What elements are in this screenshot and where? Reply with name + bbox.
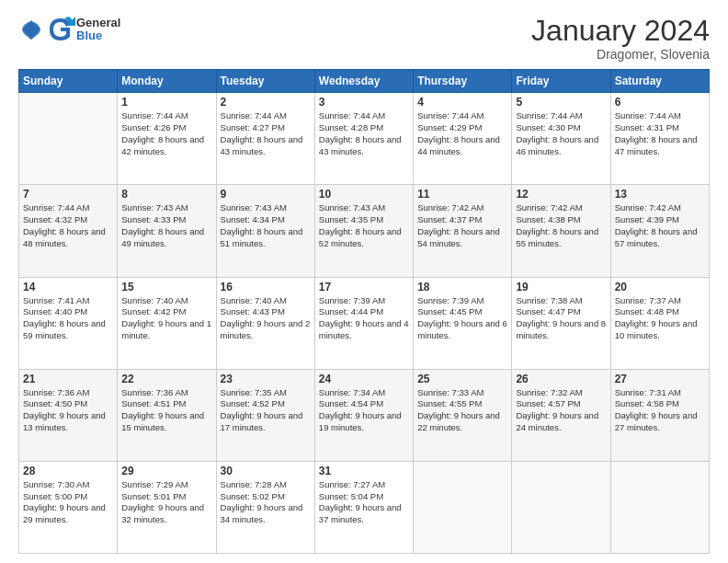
day-number: 22 bbox=[121, 373, 211, 385]
week-row: 21Sunrise: 7:36 AMSunset: 4:50 PMDayligh… bbox=[19, 369, 710, 461]
day-number: 25 bbox=[417, 373, 507, 385]
day-number: 15 bbox=[121, 281, 211, 293]
calendar-cell: 29Sunrise: 7:29 AMSunset: 5:01 PMDayligh… bbox=[118, 461, 216, 553]
day-number: 24 bbox=[319, 373, 409, 385]
day-number: 2 bbox=[221, 96, 311, 109]
day-info: Sunrise: 7:32 AMSunset: 4:57 PMDaylight:… bbox=[516, 387, 606, 434]
day-info: Sunrise: 7:37 AMSunset: 4:48 PMDaylight:… bbox=[615, 295, 705, 342]
day-info: Sunrise: 7:42 AMSunset: 4:39 PMDaylight:… bbox=[615, 202, 705, 249]
day-info: Sunrise: 7:35 AMSunset: 4:52 PMDaylight:… bbox=[221, 387, 311, 434]
day-info: Sunrise: 7:34 AMSunset: 4:54 PMDaylight:… bbox=[319, 387, 409, 434]
day-number: 28 bbox=[23, 465, 113, 477]
day-info: Sunrise: 7:27 AMSunset: 5:04 PMDaylight:… bbox=[319, 479, 409, 526]
day-info: Sunrise: 7:40 AMSunset: 4:42 PMDaylight:… bbox=[121, 295, 211, 342]
day-info: Sunrise: 7:44 AMSunset: 4:29 PMDaylight:… bbox=[417, 110, 507, 157]
day-number: 21 bbox=[23, 373, 113, 385]
calendar-cell: 2Sunrise: 7:44 AMSunset: 4:27 PMDaylight… bbox=[216, 93, 314, 185]
calendar-cell: 5Sunrise: 7:44 AMSunset: 4:30 PMDaylight… bbox=[512, 93, 610, 185]
weekday-header: Wednesday bbox=[314, 70, 413, 93]
calendar-cell: 17Sunrise: 7:39 AMSunset: 4:44 PMDayligh… bbox=[314, 277, 413, 369]
day-info: Sunrise: 7:43 AMSunset: 4:33 PMDaylight:… bbox=[121, 202, 211, 249]
general-blue-logo-svg bbox=[46, 15, 75, 44]
header: General Blue January 2024 Dragomer, Slov… bbox=[18, 15, 710, 62]
day-number: 4 bbox=[417, 96, 507, 109]
day-number: 11 bbox=[417, 188, 507, 201]
page: General Blue January 2024 Dragomer, Slov… bbox=[0, 0, 728, 563]
day-number: 16 bbox=[221, 281, 311, 293]
day-number: 14 bbox=[23, 281, 113, 293]
day-number: 30 bbox=[221, 465, 311, 477]
day-info: Sunrise: 7:43 AMSunset: 4:35 PMDaylight:… bbox=[319, 202, 409, 249]
day-info: Sunrise: 7:43 AMSunset: 4:34 PMDaylight:… bbox=[221, 202, 311, 249]
weekday-header: Tuesday bbox=[216, 70, 314, 93]
day-info: Sunrise: 7:41 AMSunset: 4:40 PMDaylight:… bbox=[23, 295, 113, 342]
day-number: 23 bbox=[221, 373, 311, 385]
calendar-cell: 22Sunrise: 7:36 AMSunset: 4:51 PMDayligh… bbox=[118, 369, 216, 461]
calendar-cell: 27Sunrise: 7:31 AMSunset: 4:58 PMDayligh… bbox=[610, 369, 709, 461]
weekday-header: Thursday bbox=[414, 70, 512, 93]
calendar-cell: 4Sunrise: 7:44 AMSunset: 4:29 PMDaylight… bbox=[414, 93, 512, 185]
calendar-cell: 1Sunrise: 7:44 AMSunset: 4:26 PMDaylight… bbox=[118, 93, 216, 185]
calendar-cell: 7Sunrise: 7:44 AMSunset: 4:32 PMDaylight… bbox=[19, 185, 118, 277]
calendar-cell: 20Sunrise: 7:37 AMSunset: 4:48 PMDayligh… bbox=[610, 277, 709, 369]
calendar-cell: 13Sunrise: 7:42 AMSunset: 4:39 PMDayligh… bbox=[610, 185, 709, 277]
day-info: Sunrise: 7:39 AMSunset: 4:45 PMDaylight:… bbox=[417, 295, 507, 342]
day-info: Sunrise: 7:29 AMSunset: 5:01 PMDaylight:… bbox=[121, 479, 211, 526]
day-number: 6 bbox=[615, 96, 705, 109]
calendar-cell: 25Sunrise: 7:33 AMSunset: 4:55 PMDayligh… bbox=[414, 369, 512, 461]
calendar-cell: 6Sunrise: 7:44 AMSunset: 4:31 PMDaylight… bbox=[610, 93, 709, 185]
logo-text-block: General Blue bbox=[46, 15, 120, 44]
calendar-cell: 30Sunrise: 7:28 AMSunset: 5:02 PMDayligh… bbox=[216, 461, 314, 553]
day-info: Sunrise: 7:38 AMSunset: 4:47 PMDaylight:… bbox=[516, 295, 606, 342]
week-row: 7Sunrise: 7:44 AMSunset: 4:32 PMDaylight… bbox=[19, 185, 710, 277]
calendar-cell: 23Sunrise: 7:35 AMSunset: 4:52 PMDayligh… bbox=[216, 369, 314, 461]
day-number: 29 bbox=[121, 465, 211, 477]
day-number: 10 bbox=[319, 188, 409, 201]
calendar-cell: 18Sunrise: 7:39 AMSunset: 4:45 PMDayligh… bbox=[414, 277, 512, 369]
calendar-cell: 9Sunrise: 7:43 AMSunset: 4:34 PMDaylight… bbox=[216, 185, 314, 277]
day-info: Sunrise: 7:31 AMSunset: 4:58 PMDaylight:… bbox=[615, 387, 705, 434]
week-row: 28Sunrise: 7:30 AMSunset: 5:00 PMDayligh… bbox=[19, 461, 710, 553]
logo: General Blue bbox=[18, 15, 120, 44]
calendar-cell: 14Sunrise: 7:41 AMSunset: 4:40 PMDayligh… bbox=[19, 277, 118, 369]
day-number: 3 bbox=[319, 96, 409, 109]
day-info: Sunrise: 7:44 AMSunset: 4:27 PMDaylight:… bbox=[221, 110, 311, 157]
day-info: Sunrise: 7:44 AMSunset: 4:26 PMDaylight:… bbox=[121, 110, 211, 157]
weekday-header: Friday bbox=[512, 70, 610, 93]
weekday-header: Sunday bbox=[19, 70, 118, 93]
logo-line2: Blue bbox=[76, 29, 120, 42]
day-number: 1 bbox=[121, 96, 211, 109]
weekday-header: Saturday bbox=[610, 70, 709, 93]
calendar-cell: 11Sunrise: 7:42 AMSunset: 4:37 PMDayligh… bbox=[414, 185, 512, 277]
calendar-cell: 8Sunrise: 7:43 AMSunset: 4:33 PMDaylight… bbox=[118, 185, 216, 277]
day-info: Sunrise: 7:28 AMSunset: 5:02 PMDaylight:… bbox=[221, 479, 311, 526]
day-info: Sunrise: 7:42 AMSunset: 4:37 PMDaylight:… bbox=[417, 202, 507, 249]
day-number: 13 bbox=[615, 188, 705, 201]
logo-icon bbox=[18, 17, 44, 42]
week-row: 1Sunrise: 7:44 AMSunset: 4:26 PMDaylight… bbox=[19, 93, 710, 185]
calendar-cell: 31Sunrise: 7:27 AMSunset: 5:04 PMDayligh… bbox=[314, 461, 413, 553]
day-info: Sunrise: 7:40 AMSunset: 4:43 PMDaylight:… bbox=[221, 295, 311, 342]
calendar-cell bbox=[414, 461, 512, 553]
calendar-cell: 19Sunrise: 7:38 AMSunset: 4:47 PMDayligh… bbox=[512, 277, 610, 369]
weekday-header: Monday bbox=[118, 70, 216, 93]
day-info: Sunrise: 7:36 AMSunset: 4:50 PMDaylight:… bbox=[23, 387, 113, 434]
day-number: 19 bbox=[516, 281, 606, 293]
day-number: 8 bbox=[121, 188, 211, 201]
day-info: Sunrise: 7:39 AMSunset: 4:44 PMDaylight:… bbox=[319, 295, 409, 342]
week-row: 14Sunrise: 7:41 AMSunset: 4:40 PMDayligh… bbox=[19, 277, 710, 369]
calendar-cell: 26Sunrise: 7:32 AMSunset: 4:57 PMDayligh… bbox=[512, 369, 610, 461]
day-number: 18 bbox=[417, 281, 507, 293]
calendar-cell: 10Sunrise: 7:43 AMSunset: 4:35 PMDayligh… bbox=[314, 185, 413, 277]
day-number: 12 bbox=[516, 188, 606, 201]
calendar-table: SundayMondayTuesdayWednesdayThursdayFrid… bbox=[18, 69, 710, 554]
calendar-cell: 12Sunrise: 7:42 AMSunset: 4:38 PMDayligh… bbox=[512, 185, 610, 277]
day-number: 5 bbox=[516, 96, 606, 109]
calendar-cell: 24Sunrise: 7:34 AMSunset: 4:54 PMDayligh… bbox=[314, 369, 413, 461]
calendar-cell bbox=[19, 93, 118, 185]
day-info: Sunrise: 7:33 AMSunset: 4:55 PMDaylight:… bbox=[417, 387, 507, 434]
title-block: January 2024 Dragomer, Slovenia bbox=[531, 15, 710, 62]
day-number: 7 bbox=[23, 188, 113, 201]
day-info: Sunrise: 7:30 AMSunset: 5:00 PMDaylight:… bbox=[23, 479, 113, 526]
subtitle: Dragomer, Slovenia bbox=[531, 47, 710, 62]
